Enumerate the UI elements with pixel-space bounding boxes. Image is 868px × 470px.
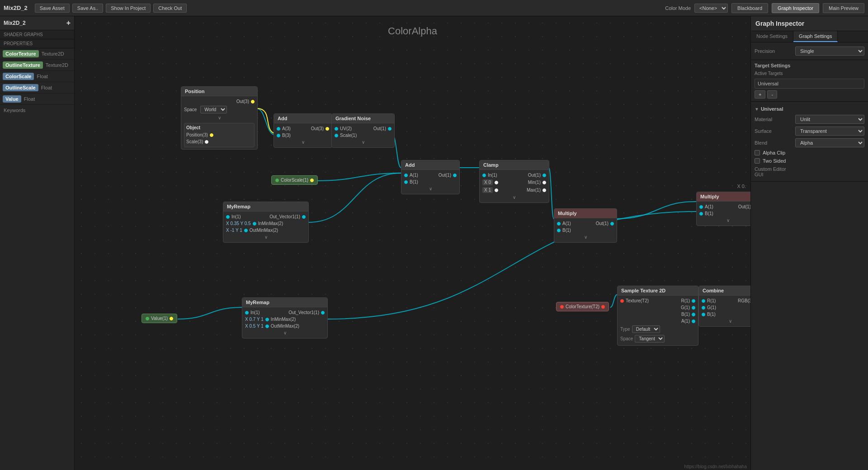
in-port[interactable] [482,174,486,177]
expand-icon[interactable]: ∨ [702,318,750,324]
prop-badge[interactable]: OutlineTexture [3,61,43,69]
b-port[interactable] [557,229,561,232]
g-port[interactable] [702,306,705,310]
blackboard-tab-button[interactable]: Blackboard [731,3,768,13]
graph-node-gradient-noise[interactable]: Gradient Noise UV(2) Out(1) Scale(1) ∨ [331,113,395,148]
b-port[interactable] [699,212,703,216]
position-port[interactable] [210,133,213,137]
prop-badge[interactable]: ColorScale [3,73,34,80]
space-select[interactable]: WorldObjectView [200,106,227,113]
universal-section: ▼ Universal Material UnlitLit Surface Tr… [751,102,868,182]
graph-node-colorscale[interactable]: ColorScale(1) [271,175,318,185]
a-port[interactable] [557,222,561,226]
scale-port[interactable] [205,140,208,144]
out-port[interactable] [388,127,392,131]
out-port[interactable] [610,222,614,226]
expand-icon[interactable]: ∨ [277,139,329,146]
min-out-port[interactable] [542,181,546,184]
r-port[interactable] [692,299,695,303]
save-asset-button[interactable]: Save Asset [35,4,70,13]
blend-label: Blend [755,140,795,146]
space-row: Space Tangent [620,334,695,343]
space-select[interactable]: Tangent [635,335,665,343]
node-expand-icon[interactable]: ∨ [184,114,255,121]
graph-node-myremap2[interactable]: MyRemap In(1) Out_Vector1(1) X 0.7 Y 1 I… [242,297,328,338]
graph-node-sample-texture-2d[interactable]: Sample Texture 2D Texture(T2) R(1) G(1) … [617,286,698,346]
outminmax-port[interactable] [265,324,269,328]
max-out-port[interactable] [542,188,546,192]
prop-badge[interactable]: OutlineScale [3,84,38,91]
input-port[interactable] [277,127,280,131]
b-port[interactable] [277,134,280,137]
prop-badge[interactable]: ColorTexture [3,50,39,57]
graph-node-add1[interactable]: Add A(3) Out(3) B(3) ∨ [274,113,332,148]
in-port[interactable] [245,311,249,315]
b-label: B(1) [705,211,713,216]
expand-icon[interactable]: ∨ [404,185,457,192]
r-port[interactable] [702,299,705,303]
scale-port[interactable] [335,134,338,137]
alpha-clip-checkbox[interactable] [755,150,760,155]
out-label: Out(1) [738,204,750,209]
remove-target-button[interactable]: - [767,90,777,99]
out-port[interactable] [326,127,329,131]
graph-node-add2[interactable]: Add A(1) Out(1) B(1) ∨ [401,160,460,194]
show-in-project-button[interactable]: Show In Project [106,4,151,13]
g-port[interactable] [692,306,695,310]
material-select[interactable]: UnlitLit [795,115,864,124]
expand-icon[interactable]: ∨ [557,234,614,240]
graph-node-multiply2[interactable]: Multiply A(1) Out(1) B(1) ∨ [696,192,750,226]
out-label: Out(1) [439,173,451,178]
graph-node-position[interactable]: Position Out(3) Space WorldObjectView ∨ … [181,86,258,150]
blend-select[interactable]: AlphaAdditiveMultiply [795,138,864,147]
in-port[interactable] [226,215,230,219]
inminmax-port[interactable] [253,222,256,226]
graph-node-myremap1[interactable]: MyRemap In(1) Out_Vector1(1) X 0.35 Y 0.… [223,202,309,243]
type-select[interactable]: Default [632,325,660,333]
out-port[interactable] [542,174,546,177]
precision-select[interactable]: Single Half [795,47,864,56]
b-port[interactable] [404,180,408,184]
output-port[interactable] [251,100,255,103]
expand-icon[interactable]: ∨ [482,194,546,201]
tab-graph-settings[interactable]: Graph Settings [793,31,838,42]
graph-node-value1[interactable]: Value(1) [142,314,177,323]
graph-node-multiply1[interactable]: Multiply A(1) Out(1) B(1) ∨ [554,208,617,243]
topbar-right: Color Mode <None> Blackboard Graph Inspe… [665,3,864,13]
out-port[interactable] [321,311,325,315]
max-port[interactable] [495,188,498,192]
graph-node-colortexture[interactable]: ColorTexture(T2) [556,302,609,311]
two-sided-checkbox[interactable] [755,158,760,164]
uv-port[interactable] [335,127,338,131]
node-output-row: Out(3) [184,98,255,105]
surface-select[interactable]: TransparentOpaque [795,127,864,136]
graph-canvas[interactable]: ColorAlpha Position Out(3) Space WorldOb… [75,16,750,470]
out-port[interactable] [453,174,457,177]
expand-icon[interactable]: ∨ [699,217,750,224]
expand-icon[interactable]: ∨ [226,234,306,240]
inminmax-port[interactable] [265,318,269,321]
a-port[interactable] [404,174,408,177]
save-as-button[interactable]: Save As.. [72,4,103,13]
prop-badge[interactable]: Value [3,95,21,103]
color-mode-select[interactable]: <None> [694,4,728,13]
graph-node-combine[interactable]: Combine R(1) RGB(3) G(1) B(1) ∨ [698,286,750,327]
main-preview-tab-button[interactable]: Main Preview [823,3,864,13]
tab-node-settings[interactable]: Node Settings [751,31,793,42]
check-out-button[interactable]: Check Out [153,4,187,13]
add-property-icon[interactable]: + [66,19,71,27]
graph-node-clamp[interactable]: Clamp In(1) Out(1) X 0 Min(1) X 1 Max(1)… [479,160,549,203]
b-port[interactable] [702,313,705,316]
a-port[interactable] [699,205,703,209]
a-port[interactable] [692,320,695,323]
expand-icon[interactable]: ∨ [335,139,392,146]
out-port[interactable] [302,215,306,219]
tex-port[interactable] [620,299,624,303]
add-target-button[interactable]: + [755,90,765,99]
node-header: Add [401,160,459,170]
min-port[interactable] [495,181,498,184]
expand-icon[interactable]: ∨ [245,329,325,336]
b-port[interactable] [692,313,695,316]
outminmax-port[interactable] [244,229,248,232]
graph-inspector-tab-button[interactable]: Graph Inspector [772,3,819,13]
